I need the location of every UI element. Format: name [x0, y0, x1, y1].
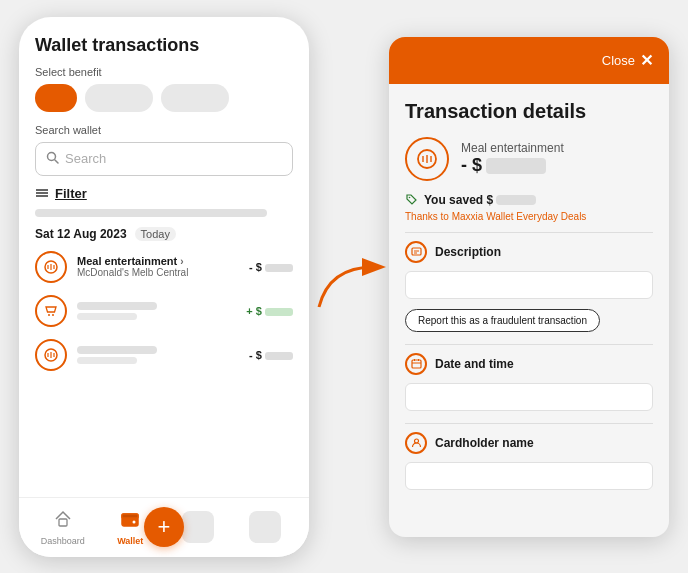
- datetime-title: Date and time: [405, 353, 653, 375]
- svg-point-18: [133, 520, 136, 523]
- detail-header: Close ✕: [389, 37, 669, 84]
- tag-icon: [405, 193, 418, 206]
- nav-dashboard[interactable]: Dashboard: [29, 509, 97, 546]
- divider-2: [405, 344, 653, 345]
- svg-point-32: [414, 439, 418, 443]
- wallet-label: Wallet: [117, 536, 143, 546]
- savings-text: You saved $: [424, 193, 536, 207]
- svg-point-24: [409, 197, 411, 199]
- fab-add-button[interactable]: +: [144, 507, 184, 547]
- svg-point-10: [52, 314, 54, 316]
- detail-meal-info: Meal entertainment - $: [461, 141, 564, 176]
- filter-icon: [35, 186, 49, 200]
- search-wallet-label: Search wallet: [35, 124, 293, 136]
- close-button[interactable]: Close ✕: [602, 51, 653, 70]
- benefit-pills: [35, 84, 293, 112]
- datetime-icon: [405, 353, 427, 375]
- dashboard-label: Dashboard: [41, 536, 85, 546]
- svg-point-0: [48, 152, 56, 160]
- nav-skeleton-1: [182, 511, 214, 543]
- chevron-right-icon: ›: [180, 256, 183, 267]
- benefit-pill-1[interactable]: [35, 84, 77, 112]
- date-row: Sat 12 Aug 2023 Today: [35, 227, 293, 241]
- svg-rect-17: [122, 514, 138, 518]
- dashboard-icon: [53, 509, 73, 534]
- txn-3-skeleton-name: [77, 346, 157, 354]
- wallet-icon: [120, 509, 140, 534]
- amount-skeleton: [486, 158, 546, 174]
- nav-skeleton-2: [249, 511, 281, 543]
- txn-3-info: [77, 346, 239, 364]
- txn-2-skeleton-sub: [77, 313, 137, 320]
- search-placeholder: Search: [65, 151, 106, 166]
- detail-title: Transaction details: [405, 100, 653, 123]
- cardholder-title: Cardholder name: [405, 432, 653, 454]
- search-icon: [46, 150, 59, 168]
- description-section: Description Report this as a fraudulent …: [405, 241, 653, 332]
- transaction-detail-panel: Close ✕ Transaction details Meal enterta…: [389, 37, 669, 537]
- today-badge: Today: [135, 227, 176, 241]
- detail-body: Transaction details Meal entertainment -…: [389, 84, 669, 537]
- datetime-field: [405, 383, 653, 411]
- arrow-container: [309, 247, 389, 327]
- txn-1-name: Meal entertainment ›: [77, 255, 239, 267]
- meal2-icon: [35, 339, 67, 371]
- table-row[interactable]: + $: [35, 295, 293, 327]
- savings-skeleton: [496, 195, 536, 205]
- savings-row: You saved $: [405, 193, 653, 207]
- svg-rect-15: [59, 519, 67, 526]
- txn-2-info: [77, 302, 236, 320]
- cart-icon: [35, 295, 67, 327]
- datetime-section: Date and time: [405, 353, 653, 411]
- table-row[interactable]: Meal entertainment › McDonald's Melb Cen…: [35, 251, 293, 283]
- txn-1-info: Meal entertainment › McDonald's Melb Cen…: [77, 255, 239, 278]
- txn-3-amount: - $: [249, 349, 293, 361]
- detail-meal-icon: [405, 137, 449, 181]
- bottom-nav: Dashboard Wallet +: [19, 497, 309, 557]
- filter-label: Filter: [55, 186, 87, 201]
- cardholder-section: Cardholder name: [405, 432, 653, 490]
- filter-row[interactable]: Filter: [35, 186, 293, 201]
- date-label: Sat 12 Aug 2023: [35, 227, 127, 241]
- svg-line-1: [55, 160, 58, 163]
- navigation-arrow: [309, 247, 389, 327]
- wallet-title: Wallet transactions: [35, 35, 293, 56]
- svg-point-9: [48, 314, 50, 316]
- detail-meal-name: Meal entertainment: [461, 141, 564, 155]
- txn-3-skeleton-sub: [77, 357, 137, 364]
- divider-1: [405, 232, 653, 233]
- close-icon: ✕: [640, 51, 653, 70]
- close-label: Close: [602, 53, 635, 68]
- fraud-report-button[interactable]: Report this as a fraudulent transaction: [405, 309, 600, 332]
- skeleton-bar-1: [35, 209, 267, 217]
- txn-1-amount: - $: [249, 261, 293, 273]
- benefit-pill-2[interactable]: [85, 84, 153, 112]
- benefit-pill-3[interactable]: [161, 84, 229, 112]
- table-row[interactable]: - $: [35, 339, 293, 371]
- txn-1-sub: McDonald's Melb Central: [77, 267, 239, 278]
- description-icon: [405, 241, 427, 263]
- detail-summary: Meal entertainment - $: [405, 137, 653, 181]
- description-field: [405, 271, 653, 299]
- txn-2-skeleton-name: [77, 302, 157, 310]
- wallet-phone: Wallet transactions Select benefit Searc…: [19, 17, 309, 557]
- cardholder-icon: [405, 432, 427, 454]
- svg-rect-28: [412, 360, 421, 368]
- divider-3: [405, 423, 653, 424]
- txn-2-amount: + $: [246, 305, 293, 317]
- cardholder-field: [405, 462, 653, 490]
- detail-amount: - $: [461, 155, 564, 176]
- search-box[interactable]: Search: [35, 142, 293, 176]
- description-title: Description: [405, 241, 653, 263]
- select-benefit-label: Select benefit: [35, 66, 293, 78]
- savings-sub: Thanks to Maxxia Wallet Everyday Deals: [405, 211, 653, 222]
- nav-extra-2: [232, 511, 300, 543]
- meal-icon: [35, 251, 67, 283]
